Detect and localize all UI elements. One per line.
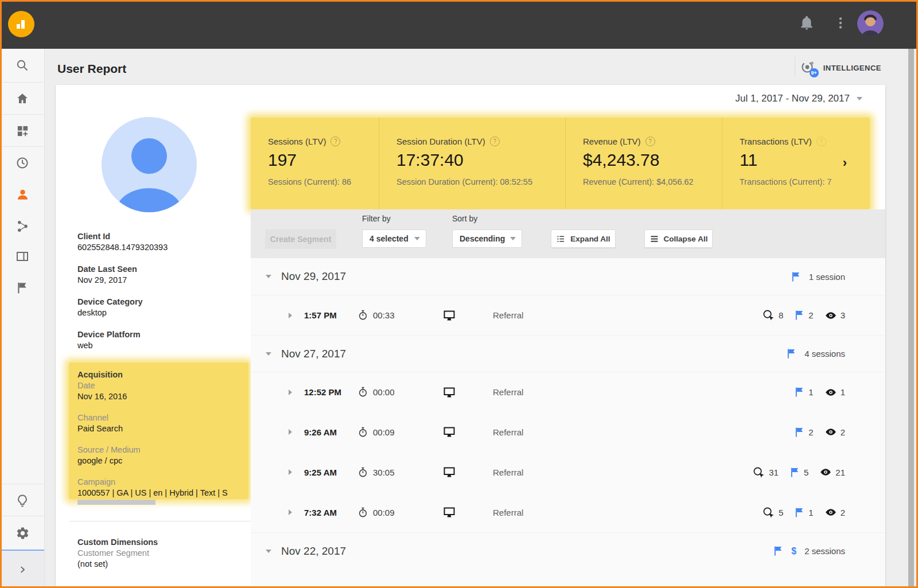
help-icon[interactable]: ? xyxy=(330,137,340,146)
vertical-scrollbar[interactable] xyxy=(908,49,914,588)
session-stats: 31 5 21 xyxy=(753,466,845,478)
overflow-menu-icon[interactable] xyxy=(833,15,848,30)
group-date: Nov 27, 2017 xyxy=(281,348,346,360)
chevron-down-icon xyxy=(510,237,516,240)
session-group-header[interactable]: Nov 27, 2017 4 sessions xyxy=(251,335,885,372)
session-group-header[interactable]: Nov 29, 2017 1 session xyxy=(251,258,885,295)
stopwatch-icon xyxy=(357,387,368,398)
session-channel: Referral xyxy=(487,387,795,397)
sidebar-item-home[interactable] xyxy=(0,83,45,115)
sidebar-item-behavior[interactable] xyxy=(0,240,45,272)
chevron-right-icon[interactable] xyxy=(289,313,292,318)
group-session-count: $ 2 sessions xyxy=(773,546,845,556)
collapse-all-button[interactable]: Collapse All xyxy=(644,229,713,248)
account-avatar[interactable] xyxy=(857,10,884,37)
pageview-eye-icon xyxy=(825,387,837,398)
goal-flag-icon xyxy=(795,387,804,398)
browser-window-icon xyxy=(15,250,29,263)
session-stats: 5 1 2 xyxy=(763,507,845,519)
metric-session-duration: Session Duration (LTV)? 17:37:40 Session… xyxy=(379,118,565,209)
analytics-logo-icon[interactable] xyxy=(8,11,34,37)
session-channel: Referral xyxy=(487,468,753,477)
desktop-icon xyxy=(443,426,456,438)
home-icon xyxy=(15,92,29,106)
date-range-value: Jul 1, 2017 - Nov 29, 2017 xyxy=(736,93,850,104)
app-topbar xyxy=(0,0,918,49)
desktop-icon xyxy=(443,309,456,322)
chevron-right-icon[interactable] xyxy=(289,429,292,435)
intelligence-button[interactable]: 9+ INTELLIGENCE xyxy=(799,59,881,76)
metric-value: 197 xyxy=(268,150,379,170)
goal-flag-icon xyxy=(795,507,804,518)
sidebar-item-customization[interactable] xyxy=(0,115,45,147)
pageview-eye-icon xyxy=(825,426,837,438)
acquisition-title: Acquisition xyxy=(77,369,248,380)
sidebar-collapse-button[interactable] xyxy=(0,550,44,588)
chevron-down-icon[interactable] xyxy=(266,550,271,553)
date-range-selector[interactable]: Jul 1, 2017 - Nov 29, 2017 xyxy=(736,93,862,104)
sidebar-item-search[interactable] xyxy=(0,49,45,81)
metric-sessions: Sessions (LTV)? 197 Sessions (Current): … xyxy=(251,118,379,209)
sidebar-item-discover[interactable] xyxy=(0,485,45,517)
chevron-down-icon[interactable] xyxy=(266,275,271,278)
session-stats: 2 2 xyxy=(795,426,845,438)
session-row[interactable]: 7:32 AM 00:09 Referral 5 1 2 xyxy=(251,492,885,532)
stopwatch-icon xyxy=(357,507,368,518)
sidebar-item-audience[interactable] xyxy=(0,178,45,211)
desktop-icon xyxy=(443,386,456,399)
session-row[interactable]: 9:26 AM 00:09 Referral 2 2 xyxy=(251,412,885,452)
metric-sub: Revenue (Current): $4,056.62 xyxy=(583,177,722,186)
chevron-right-icon[interactable] xyxy=(289,509,292,515)
stopwatch-icon xyxy=(357,310,368,321)
clock-icon xyxy=(15,156,29,170)
session-duration: 00:33 xyxy=(373,310,395,320)
chevron-down-icon[interactable] xyxy=(266,352,271,356)
intelligence-icon: 9+ xyxy=(799,59,816,76)
session-row[interactable]: 1:57 PM 00:33 Referral 8 2 3 xyxy=(251,295,885,335)
collapse-list-icon xyxy=(649,234,659,244)
session-time: 9:25 AM xyxy=(300,468,357,477)
session-channel: Referral xyxy=(487,508,763,517)
page-title: User Report xyxy=(57,62,126,76)
session-duration: 30:05 xyxy=(373,468,395,477)
help-icon[interactable]: ? xyxy=(816,137,826,146)
bar-chart-glyph xyxy=(14,17,29,32)
sessions-toolbar: Create Segment Filter by 4 selected Sort… xyxy=(251,209,885,258)
notifications-bell-icon[interactable] xyxy=(799,15,815,31)
lightbulb-icon xyxy=(15,493,30,508)
user-avatar xyxy=(102,117,197,212)
session-group-header[interactable]: Nov 22, 2017 $ 2 sessions xyxy=(251,532,885,569)
sidebar-item-acquisition[interactable] xyxy=(0,210,45,242)
header-divider xyxy=(795,57,795,76)
help-icon[interactable]: ? xyxy=(645,137,655,146)
help-icon[interactable]: ? xyxy=(490,137,500,146)
field-device-category: Device Category desktop xyxy=(77,297,238,318)
acquisition-campaign: Campaign 1000557 | GA | US | en | Hybrid… xyxy=(77,477,248,499)
horizontal-scrollbar[interactable] xyxy=(77,500,155,505)
filter-dropdown[interactable]: 4 selected xyxy=(362,229,426,248)
filter-by-label: Filter by xyxy=(362,214,391,223)
chevron-right-icon xyxy=(17,564,28,575)
expand-all-button[interactable]: Expand All xyxy=(551,229,616,248)
field-client-id: Client Id 602552848.1479320393 xyxy=(77,231,238,253)
chevron-right-icon[interactable] xyxy=(289,390,292,395)
session-row[interactable]: 9:25 AM 30:05 Referral 31 5 21 xyxy=(251,452,885,492)
sort-dropdown[interactable]: Descending xyxy=(452,229,522,248)
event-click-icon xyxy=(763,309,775,321)
pageview-eye-icon xyxy=(820,466,831,478)
sidebar-item-conversions[interactable] xyxy=(0,272,45,304)
metrics-next-chevron[interactable]: › xyxy=(843,155,847,170)
event-click-icon xyxy=(753,466,765,478)
ltv-metrics-panel-highlighted: Sessions (LTV)? 197 Sessions (Current): … xyxy=(251,118,870,209)
sidebar-item-admin[interactable] xyxy=(0,517,45,549)
session-duration: 00:09 xyxy=(373,508,395,517)
profile-fields: Client Id 602552848.1479320393 Date Last… xyxy=(77,231,238,362)
session-time: 9:26 AM xyxy=(300,427,357,437)
session-time: 12:52 PM xyxy=(300,387,357,397)
create-segment-button[interactable]: Create Segment xyxy=(265,229,336,249)
metric-transactions: Transactions (LTV)? 11 Transactions (Cur… xyxy=(722,118,870,209)
chevron-right-icon[interactable] xyxy=(289,469,292,475)
session-row[interactable]: 12:52 PM 00:00 Referral 1 1 xyxy=(251,372,885,412)
sidebar-item-realtime[interactable] xyxy=(0,147,45,179)
session-time: 1:57 PM xyxy=(300,310,357,320)
